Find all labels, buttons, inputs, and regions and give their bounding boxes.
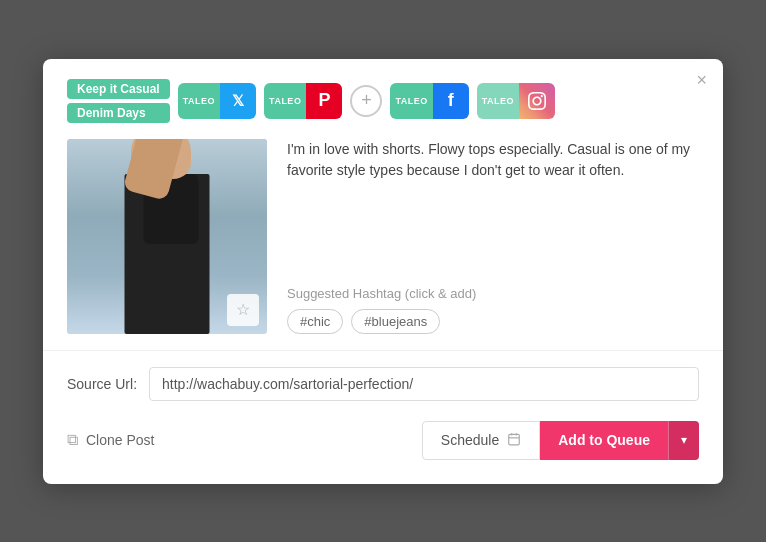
hashtag-pills: #chic #bluejeans	[287, 309, 699, 334]
post-image-container: ☆	[67, 139, 267, 334]
queue-pill-casual[interactable]: Keep it Casual	[67, 79, 170, 99]
account-chip-pinterest[interactable]: TALEO P	[264, 83, 342, 119]
clone-post-section[interactable]: ⧉ Clone Post	[67, 431, 154, 449]
chip-label-facebook: TALEO	[390, 83, 432, 119]
star-icon[interactable]: ☆	[227, 294, 259, 326]
chip-label-twitter: TALEO	[178, 83, 220, 119]
schedule-button[interactable]: Schedule	[422, 421, 540, 460]
right-actions: Schedule Add to Queue ▾	[422, 421, 699, 460]
queue-dropdown-button[interactable]: ▾	[668, 421, 699, 460]
twitter-icon: 𝕏	[220, 83, 256, 119]
queue-pills-group: Keep it Casual Denim Days	[67, 79, 170, 123]
divider	[43, 350, 723, 351]
queue-pill-denim[interactable]: Denim Days	[67, 103, 170, 123]
chip-label-instagram: TALEO	[477, 83, 519, 119]
schedule-label: Schedule	[441, 432, 499, 448]
instagram-icon	[519, 83, 555, 119]
url-input[interactable]	[149, 367, 699, 401]
account-chip-facebook[interactable]: TALEO f	[390, 83, 468, 119]
add-to-queue-label: Add to Queue	[558, 432, 650, 448]
hashtag-section: Suggested Hashtag (click & add) #chic #b…	[287, 286, 699, 334]
url-label: Source Url:	[67, 376, 137, 392]
svg-rect-0	[509, 434, 520, 445]
facebook-icon: f	[433, 83, 469, 119]
chip-label-pinterest: TALEO	[264, 83, 306, 119]
url-row: Source Url:	[67, 367, 699, 401]
post-caption: I'm in love with shorts. Flowy tops espe…	[287, 139, 699, 266]
post-text-area: I'm in love with shorts. Flowy tops espe…	[287, 139, 699, 334]
calendar-icon	[507, 432, 521, 449]
hashtag-bluejeans[interactable]: #bluejeans	[351, 309, 440, 334]
modal-container: × Keep it Casual Denim Days TALEO 𝕏 TALE…	[43, 59, 723, 484]
nav-row: Keep it Casual Denim Days TALEO 𝕏 TALEO …	[67, 79, 699, 123]
clone-icon: ⧉	[67, 431, 78, 449]
hashtag-chic[interactable]: #chic	[287, 309, 343, 334]
account-chip-instagram[interactable]: TALEO	[477, 83, 555, 119]
pinterest-icon: P	[306, 83, 342, 119]
dropdown-arrow-icon: ▾	[681, 433, 687, 447]
add-queue-button[interactable]: +	[350, 85, 382, 117]
hashtag-label: Suggested Hashtag (click & add)	[287, 286, 699, 301]
action-row: ⧉ Clone Post Schedule Add to Queue	[67, 421, 699, 460]
clone-post-label: Clone Post	[86, 432, 154, 448]
account-chip-twitter[interactable]: TALEO 𝕏	[178, 83, 256, 119]
close-button[interactable]: ×	[696, 71, 707, 89]
add-to-queue-button[interactable]: Add to Queue	[540, 421, 668, 460]
content-row: ☆ I'm in love with shorts. Flowy tops es…	[67, 139, 699, 334]
